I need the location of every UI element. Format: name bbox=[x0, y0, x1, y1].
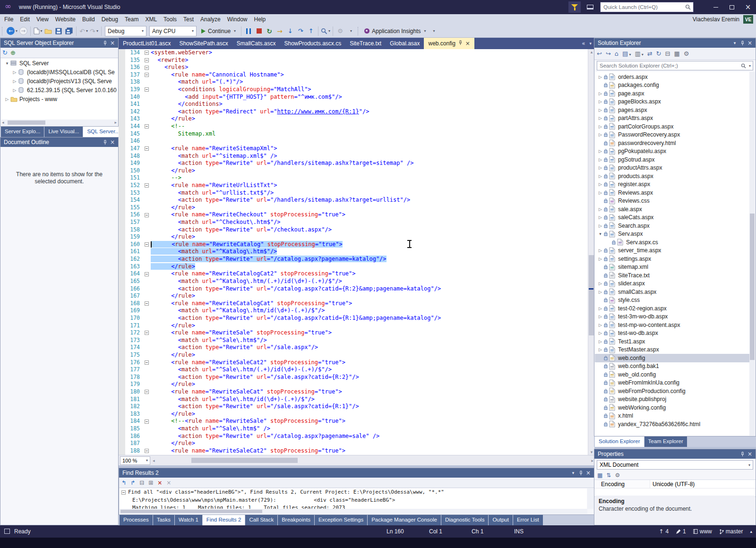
fold-collapse-icon[interactable]: − bbox=[143, 64, 151, 71]
scrollbar-thumb[interactable] bbox=[191, 458, 298, 463]
tree-collapse-icon[interactable]: ▷ bbox=[597, 190, 604, 195]
panel-header[interactable]: Document Outline × bbox=[0, 137, 118, 147]
tree-item-pgpokupatelu-aspx[interactable]: ▷pgPokupatelu.aspx bbox=[595, 147, 749, 156]
breakpoint-margin[interactable] bbox=[119, 366, 125, 374]
insert-mode-indicator[interactable]: INS bbox=[514, 525, 524, 538]
quick-launch-input[interactable] bbox=[601, 4, 683, 10]
breakpoint-margin[interactable] bbox=[119, 396, 125, 403]
horizontal-scrollbar[interactable]: ◂ ▸ bbox=[1, 120, 118, 126]
breakpoint-margin[interactable] bbox=[119, 300, 125, 308]
breakpoint-margin[interactable] bbox=[119, 145, 125, 153]
panel-tab-package-manager-console[interactable]: Package Manager Console bbox=[368, 515, 441, 525]
property-value[interactable]: Unicode (UTF-8) bbox=[650, 480, 756, 488]
breakpoint-margin[interactable] bbox=[119, 256, 125, 263]
code-line[interactable]: </rule> bbox=[151, 233, 594, 241]
tree-item-web-config[interactable]: web.config bbox=[595, 354, 749, 362]
window-position-icon[interactable]: ▾ bbox=[569, 471, 577, 475]
scrollbar-thumb[interactable] bbox=[8, 120, 45, 125]
fold-collapse-icon[interactable]: − bbox=[143, 359, 151, 367]
step-into-button[interactable]: ↓ bbox=[285, 26, 295, 37]
breakpoint-margin[interactable] bbox=[119, 115, 125, 123]
sort-alphabetical-icon[interactable]: ⇅ bbox=[606, 472, 611, 479]
pending-changes-filter-icon[interactable]: ▥▾ bbox=[635, 50, 643, 57]
close-icon[interactable]: × bbox=[109, 139, 116, 146]
break-all-button[interactable] bbox=[243, 26, 254, 37]
menu-file[interactable]: File bbox=[1, 15, 17, 24]
fold-collapse-icon[interactable]: − bbox=[143, 300, 151, 308]
code-line[interactable]: </rule> bbox=[151, 167, 594, 175]
fold-collapse-icon[interactable]: − bbox=[143, 447, 151, 455]
breakpoint-margin[interactable] bbox=[119, 418, 125, 425]
breakpoint-margin[interactable] bbox=[119, 278, 125, 285]
vertical-scrollbar[interactable]: ▴ ▾ bbox=[588, 49, 594, 455]
close-icon[interactable]: × bbox=[465, 40, 470, 47]
tree-collapse-icon[interactable]: ▷ bbox=[597, 248, 604, 253]
code-line[interactable]: <match url="^Sale\.htm/(.+)/id(\d+)-(.+)… bbox=[151, 366, 594, 374]
refresh-icon[interactable]: ↻ bbox=[2, 49, 8, 56]
breakpoint-margin[interactable] bbox=[119, 329, 125, 337]
show-all-files-icon[interactable]: ▦ bbox=[674, 50, 679, 57]
repository-indicator[interactable]: www bbox=[693, 528, 712, 535]
object-selector-dropdown[interactable]: XML Document ▾ bbox=[597, 460, 753, 470]
code-line[interactable]: <action type="Rewrite" url="/catalog.asp… bbox=[151, 285, 594, 293]
tree-item-page-aspx[interactable]: ▷page.aspx bbox=[595, 89, 749, 98]
menu-test[interactable]: Test bbox=[180, 15, 197, 24]
editor-tab-sitetrace-txt[interactable]: SiteTrace.txt bbox=[345, 38, 386, 49]
tree-item-server-time-aspx[interactable]: ▷server_time.aspx bbox=[595, 247, 749, 255]
toolbar-grip[interactable] bbox=[2, 27, 4, 35]
save-all-button[interactable] bbox=[64, 26, 74, 37]
collapse-all-icon[interactable]: ⊟ bbox=[665, 50, 670, 57]
code-line[interactable]: <match url="^Katalog\.htm/(.+)/id(\d+)-(… bbox=[151, 278, 594, 285]
tree-collapse-icon[interactable]: ▷ bbox=[597, 257, 604, 261]
scroll-right-icon[interactable]: ▸ bbox=[114, 120, 117, 126]
character-indicator[interactable]: Ch 1 bbox=[472, 525, 483, 538]
tree-item-test-3m-wo-db-aspx[interactable]: ▷test-3m-wo-db.aspx bbox=[595, 313, 749, 321]
tree-item-x-html[interactable]: x.html bbox=[595, 412, 749, 420]
tree-collapse-icon[interactable]: ▷ bbox=[11, 88, 18, 93]
code-line[interactable]: <rule name="RewriteCatalog" stopProcessi… bbox=[151, 241, 594, 248]
tree-collapse-icon[interactable]: ▷ bbox=[11, 79, 18, 84]
tree-item[interactable]: ▾SQL Server bbox=[1, 59, 118, 68]
pin-icon[interactable] bbox=[739, 41, 746, 46]
code-line[interactable]: </rule> bbox=[151, 115, 594, 123]
tree-collapse-icon[interactable]: ▷ bbox=[4, 97, 10, 102]
menu-debug[interactable]: Debug bbox=[98, 15, 121, 24]
zoom-control[interactable]: 100 %▾ bbox=[120, 456, 150, 465]
tree-item-testmaster-aspx[interactable]: ▷TestMaster.aspx bbox=[595, 346, 749, 354]
code-line[interactable]: </rule> bbox=[151, 292, 594, 300]
panel-tab-processes[interactable]: Processes bbox=[120, 515, 153, 525]
branch-indicator[interactable]: master bbox=[719, 528, 743, 535]
scroll-tabs-icon[interactable]: « bbox=[582, 40, 585, 47]
tree-item-test-wo-db-aspx[interactable]: ▷test-wo-db.aspx bbox=[595, 329, 749, 338]
tree-collapse-icon[interactable]: ▷ bbox=[597, 116, 604, 120]
breakpoint-margin[interactable] bbox=[119, 381, 125, 388]
code-line[interactable]: <rule name="RewriteUrlListTxt"> bbox=[151, 182, 594, 189]
code-line[interactable]: <rule name="RewriteCatalogCat2" stopProc… bbox=[151, 270, 594, 278]
breakpoint-margin[interactable] bbox=[119, 86, 125, 94]
breakpoint-margin[interactable] bbox=[119, 270, 125, 278]
fold-collapse-icon[interactable]: − bbox=[143, 418, 151, 425]
fold-collapse-icon[interactable]: − bbox=[143, 57, 151, 64]
tree-collapse-icon[interactable]: ▷ bbox=[597, 223, 604, 228]
code-line[interactable]: <action type="Rewrite" url="/catalog.asp… bbox=[151, 433, 594, 440]
breakpoint-margin[interactable] bbox=[119, 211, 125, 219]
status-caret-icon[interactable]: ▴ bbox=[750, 529, 752, 534]
breakpoint-margin[interactable] bbox=[119, 248, 125, 256]
breakpoint-margin[interactable] bbox=[119, 108, 125, 116]
solution-search-input[interactable] bbox=[597, 63, 739, 68]
tree-item-register-aspx[interactable]: ▷register.aspx bbox=[595, 180, 749, 189]
code-line[interactable]: <rule name="RewriteCatalogCat" stopProce… bbox=[151, 300, 594, 308]
stop-debugging-button[interactable] bbox=[254, 26, 264, 37]
tree-item[interactable]: ▷Projects - www bbox=[1, 94, 118, 103]
property-row[interactable]: Encoding Unicode (UTF-8) bbox=[594, 480, 756, 488]
tree-collapse-icon[interactable]: ▷ bbox=[597, 165, 604, 170]
expand-all-icon[interactable]: ⊞ bbox=[148, 480, 153, 486]
panel-tab-output[interactable]: Output bbox=[489, 515, 513, 525]
breakpoint-margin[interactable] bbox=[119, 49, 125, 57]
panel-header[interactable]: Find Results 2 ▾ × bbox=[119, 468, 594, 478]
menu-window[interactable]: Window bbox=[224, 15, 251, 24]
tree-item-smallcats-aspx[interactable]: ▷smallCats.aspx bbox=[595, 288, 749, 296]
menu-analyze[interactable]: Analyze bbox=[197, 15, 224, 24]
fold-collapse-icon[interactable]: − bbox=[143, 241, 151, 248]
code-line[interactable]: <rule name="Cannonical Hostname"> bbox=[151, 71, 594, 79]
